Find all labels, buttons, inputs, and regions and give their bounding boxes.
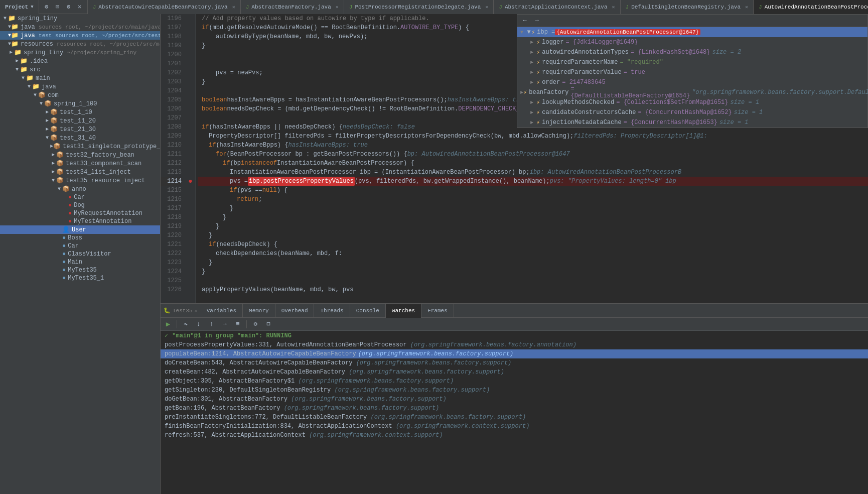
tab-overhead[interactable]: Overhead: [275, 304, 315, 318]
tree-item-main-class[interactable]: ● Main: [0, 258, 160, 266]
stack-frame-1[interactable]: populateBean:1214, AbstractAutowireCapab…: [161, 349, 868, 358]
tree-item-src[interactable]: ▼ 📁 src: [0, 65, 160, 74]
ln-1210: 1210: [161, 141, 182, 150]
restore-layout-btn[interactable]: ⊟: [264, 320, 273, 329]
tab-close-5[interactable]: ✕: [745, 4, 748, 10]
debug-forward-btn[interactable]: →: [532, 16, 541, 25]
step-out-btn[interactable]: ↑: [207, 320, 216, 329]
code-line-1212: if (bp instanceof InstantiationAwareBean…: [198, 159, 868, 168]
arrow-test32: ►: [50, 152, 56, 158]
close-sidebar-icon[interactable]: ✕: [75, 3, 84, 12]
tree-item-test-11-20[interactable]: ► 📦 test_11_20: [0, 116, 160, 125]
tree-item-mytest35-1[interactable]: ● MyTest35_1: [0, 274, 160, 282]
stack-frame-3[interactable]: createBean:482, AbstractAutowireCapableB…: [161, 367, 868, 377]
tree-item-java-src[interactable]: ▼ 📁 java: [0, 82, 160, 91]
debug-row-autowired-types[interactable]: ► ⚡ autowiredAnnotationTypes = {LinkedHa…: [517, 47, 867, 57]
gutter-1199: [186, 41, 195, 50]
tree-item-user[interactable]: 👤 User: [0, 225, 160, 234]
config-icon[interactable]: ⚙: [64, 3, 73, 12]
debug-row-lookup[interactable]: ► ⚡ lookupMethodsChecked = {Collections$…: [517, 97, 867, 107]
tree-item-test-21-30[interactable]: ► 📦 test_21_30: [0, 125, 160, 134]
ln-1198: 1198: [161, 32, 182, 41]
tree-item-mytest-anno[interactable]: ● MyTestAnnotation: [0, 217, 160, 225]
project-dropdown-icon[interactable]: ▼: [31, 5, 33, 10]
tab-watches[interactable]: Watches: [386, 304, 421, 318]
tab-close-1[interactable]: ✕: [232, 4, 235, 10]
tree-item-myrequest[interactable]: ● MyRequestAnnotation: [0, 209, 160, 217]
stack-frame-7[interactable]: getBean:196, AbstractBeanFactory (org.sp…: [161, 404, 868, 413]
tab-memory[interactable]: Memory: [243, 304, 275, 318]
tree-item-main[interactable]: ▼ 📁 main: [0, 74, 160, 82]
tree-item-idea[interactable]: ► 📁 .idea: [0, 57, 160, 65]
tree-item-boss[interactable]: ● Boss: [0, 234, 160, 242]
tab-post-processor[interactable]: J PostProcessorRegistrationDelegate.java…: [344, 0, 494, 14]
stack-frame-0[interactable]: postProcessPropertyValues:331, Autowired…: [161, 340, 868, 349]
tab-variables[interactable]: Variables: [201, 304, 243, 318]
more-settings-btn[interactable]: ⚙: [251, 320, 260, 329]
debug-row-beanfactory[interactable]: ► ⚡ beanFactory = {DefaultListableBeanFa…: [517, 87, 867, 97]
stack-frame-8[interactable]: preInstantiateSingletons:772, DefaultLis…: [161, 413, 868, 422]
tab-abstract-autowire[interactable]: J AbstractAutowireCapableBeanFactory.jav…: [88, 0, 241, 14]
tree-item-spring-tiny-dir[interactable]: ► 📁 spring_tiny ~/project/spring_tiny: [0, 48, 160, 57]
code-line-1221: if (needsDepCheck) {: [198, 240, 868, 249]
resume-btn[interactable]: ▶: [164, 320, 173, 329]
tree-item-test-1-10[interactable]: ► 📦 test_1_10: [0, 108, 160, 116]
tree-item-resources[interactable]: ▼ 📁 resources resources root, ~/project/…: [0, 40, 160, 48]
debug-row-candidate[interactable]: ► ⚡ candidateConstructorsCache = {Concur…: [517, 107, 867, 117]
stack-frame-9[interactable]: finishBeanFactoryInitialization:834, Abs…: [161, 422, 868, 431]
tab-singleton-registry[interactable]: J DefaultSingletonBeanRegistry.java ✕: [621, 0, 754, 14]
step-into-btn[interactable]: ↓: [194, 320, 203, 329]
evaluate-btn[interactable]: ≡: [233, 320, 242, 329]
tree-item-car[interactable]: ● Car: [0, 242, 160, 250]
debug-row-order[interactable]: ► ⚡ order = 2147483645: [517, 77, 867, 87]
tree-item-car-anno[interactable]: ● Car: [0, 193, 160, 201]
tree-item-spring-1-100[interactable]: ▼ 📦 spring_1_100: [0, 99, 160, 108]
tree-item-test33[interactable]: ► 📦 test33_component_scan: [0, 159, 160, 168]
stack-frame-10[interactable]: refresh:537, AbstractApplicationContext …: [161, 431, 868, 440]
tree-item-test-31-40[interactable]: ▼ 📦 test_31_40: [0, 134, 160, 142]
tree-item-spring-tiny[interactable]: ▼ 📁 spring_tiny: [0, 14, 160, 23]
tree-item-dog[interactable]: ● Dog: [0, 201, 160, 209]
tree-item-com[interactable]: ▼ 📦 com: [0, 91, 160, 99]
stack-frame-2[interactable]: doCreateBean:543, AbstractAutowireCapabl…: [161, 358, 868, 367]
tab-app-context[interactable]: J AbstractApplicationContext.java ✕: [494, 0, 620, 14]
tree-item-test35[interactable]: ▼ 📦 test35_resource_inject: [0, 176, 160, 185]
debug-row-param-val[interactable]: ► ⚡ requiredParameterValue = true: [517, 67, 867, 77]
run-to-cursor-btn[interactable]: →: [220, 320, 229, 329]
ln-1199: 1199: [161, 41, 182, 50]
frame-class-10: (org.springframework.context.support): [306, 432, 443, 439]
project-dropdown[interactable]: Project ▼: [0, 0, 39, 14]
tab-abstract-bean[interactable]: J AbstractBeanFactory.java ✕: [241, 0, 344, 14]
debug-tab-close[interactable]: ✕: [195, 308, 198, 314]
tree-item-test32[interactable]: ► 📦 test32_factory_bean: [0, 151, 160, 159]
tree-item-mytest35[interactable]: ● MyTest35: [0, 266, 160, 274]
stack-frame-4[interactable]: getObject:305, AbstractBeanFactory$1 (or…: [161, 377, 868, 386]
tree-item-java-main[interactable]: ▼ 📁 java sources root, ~/project/src/mai…: [0, 23, 160, 31]
tab-close-3[interactable]: ✕: [485, 4, 488, 10]
tab-label-4: AbstractApplicationContext.java: [505, 4, 608, 10]
tab-console[interactable]: Console: [350, 304, 386, 318]
tab-threads[interactable]: Threads: [314, 304, 350, 318]
debug-back-btn[interactable]: ←: [520, 16, 529, 25]
tree-item-anno[interactable]: ▼ 📦 anno: [0, 185, 160, 193]
tab-autowired-annotation[interactable]: J AutowiredAnnotationBeanPostProcessor.j…: [754, 0, 868, 14]
tree-item-test34[interactable]: ► 📦 test34_list_inject: [0, 168, 160, 176]
tree-item-classvisitor[interactable]: ● ClassVisitor: [0, 250, 160, 258]
layout-icon[interactable]: ⊟: [53, 3, 62, 12]
tree-label-resources: resources resources root, ~/project/src/…: [21, 41, 160, 48]
debug-row-ibp-expand[interactable]: ▼: [526, 28, 531, 37]
tab-frames[interactable]: Frames: [421, 304, 454, 318]
step-over-btn[interactable]: ↷: [181, 320, 190, 329]
tab-close-2[interactable]: ✕: [336, 4, 339, 10]
settings-icon[interactable]: ⚙: [42, 3, 51, 12]
tab-close-4[interactable]: ✕: [612, 4, 615, 10]
debug-row-param-name[interactable]: ► ⚡ requiredParameterName = "required": [517, 57, 867, 67]
debug-row-injection[interactable]: ► ⚡ injectionMetadataCache = {Concurrent…: [517, 117, 867, 128]
stack-frame-6[interactable]: doGetBean:301, AbstractBeanFactory (org.…: [161, 395, 868, 404]
debug-row-logger[interactable]: ► ⚡ logger = {Jdk14Logger@1649}: [517, 37, 867, 47]
debug-row-ibp[interactable]: ▼ ▼ ⚡ ibp = {AutowiredAnnotationBeanPost…: [517, 27, 867, 37]
tree-item-java-test[interactable]: ▼ 📁 java test sources root, ~/project/sr…: [0, 31, 160, 40]
tree-item-test31[interactable]: ► 📦 test31_singleton_prototype_lazy_init: [0, 142, 160, 151]
gutter-1214-bp[interactable]: ●: [186, 177, 195, 186]
stack-frame-5[interactable]: getSingleton:230, DefaultSingletonBeanRe…: [161, 386, 868, 395]
